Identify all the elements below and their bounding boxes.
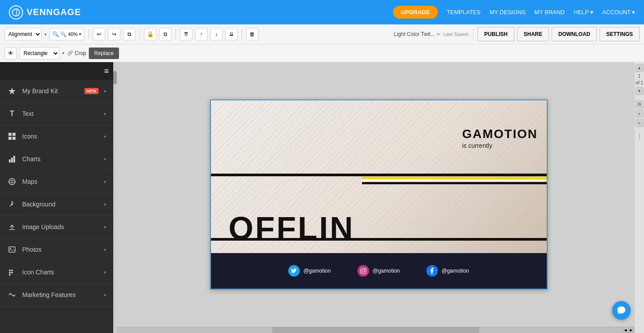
photos-icon <box>7 245 17 254</box>
text-label: Text <box>22 110 99 117</box>
undo-button[interactable]: ↩ <box>93 28 105 40</box>
account-link[interactable]: ACCOUNT ▾ <box>602 9 635 16</box>
settings-button[interactable]: SETTINGS <box>600 27 640 41</box>
undo-icon: ↩ <box>97 31 101 37</box>
edit-filename-icon[interactable]: ✏ <box>437 32 441 37</box>
twitter-social: @gamotion <box>288 265 331 277</box>
duplicate-button[interactable]: ⧉ <box>159 28 171 40</box>
horizontal-bar-top <box>211 174 547 176</box>
templates-link[interactable]: TEMPLATES <box>447 9 481 16</box>
copy-icon: ⧉ <box>127 31 131 37</box>
icons-arrow-icon: ▾ <box>104 134 106 139</box>
lock-button[interactable]: 🔒 <box>144 28 156 40</box>
divider3 <box>175 29 176 40</box>
facebook-handle: @gamotion <box>441 268 469 274</box>
instagram-handle: @gamotion <box>373 268 400 274</box>
icon-charts-arrow-icon: ▾ <box>104 270 106 275</box>
sidebar-item-image-uploads[interactable]: Image Uploads ▾ <box>0 216 113 238</box>
help-link[interactable]: HELP ▾ <box>574 9 593 16</box>
icons-label: Icons <box>22 133 99 140</box>
page-tools: ⧉ + × <box>636 100 644 127</box>
charts-icon <box>7 154 17 164</box>
twitter-icon <box>288 265 300 277</box>
sidebar-header: ≡ <box>0 62 113 80</box>
sidebar-item-maps[interactable]: Maps ▾ <box>0 170 113 193</box>
divider4 <box>242 29 242 40</box>
trash-icon: 🗑 <box>250 31 255 37</box>
more-options-button[interactable]: ⋮ <box>636 132 644 140</box>
background-label: Background <box>22 201 99 208</box>
right-scroll-panel: ▲ 1 of 1 ▼ ⧉ + × ⋮ <box>634 62 644 333</box>
move-bottom-button[interactable]: ⇊ <box>225 28 238 40</box>
eye-button[interactable]: 👁 <box>4 47 17 59</box>
move-down-button[interactable]: ↓ <box>210 28 223 40</box>
logo-area[interactable]: VENNGAGE <box>9 5 81 20</box>
sidebar-item-marketing-features[interactable]: Marketing Features ▾ <box>0 284 113 306</box>
main-layout: ≡ My Brand Kit NEW ▾ T Text ▾ <box>0 62 644 333</box>
add-page-button[interactable]: + <box>636 110 644 118</box>
copy-button[interactable]: ⧉ <box>123 28 135 40</box>
design-canvas[interactable]: GAMOTION is currently OFFLIN @gamotion <box>210 99 548 289</box>
background-arrow-icon: ▾ <box>104 202 106 207</box>
move-up-button[interactable]: ↑ <box>195 28 207 40</box>
move-up-icon: ↑ <box>200 31 203 37</box>
eye-icon: 👁 <box>8 50 13 56</box>
gamotion-text-area: GAMOTION is currently <box>462 127 538 149</box>
offline-text: OFFLIN <box>229 210 355 246</box>
publish-button[interactable]: PUBLISH <box>477 27 514 41</box>
sidebar: ≡ My Brand Kit NEW ▾ T Text ▾ <box>0 62 113 333</box>
scroll-left-button[interactable]: ◀ <box>622 327 628 333</box>
vertical-scrollbar-thumb[interactable] <box>113 71 117 84</box>
sidebar-item-icon-charts[interactable]: Icon Charts ▾ <box>0 261 113 284</box>
last-saved-label: Last Saved: <box>443 32 469 37</box>
logo-icon <box>9 5 23 20</box>
move-bottom-icon: ⇊ <box>229 31 234 37</box>
toolbar-row1: Alignment ▾ 🔍 🔍 40% ▾ ↩ ↪ ⧉ 🔒 ⧉ ⇈ ↑ ↓ ⇊ … <box>0 24 644 44</box>
alignment-select[interactable]: Alignment <box>4 28 42 40</box>
replace-button[interactable]: Replace <box>89 48 119 59</box>
sidebar-item-my-brand-kit[interactable]: My Brand Kit NEW ▾ <box>0 80 113 103</box>
my-designs-link[interactable]: MY DESIGNS <box>489 9 525 16</box>
move-top-button[interactable]: ⇈ <box>180 28 192 40</box>
sidebar-item-photos[interactable]: Photos ▾ <box>0 238 113 261</box>
svg-point-19 <box>9 274 11 276</box>
scroll-up-button[interactable]: ▲ <box>636 64 644 72</box>
sidebar-item-text[interactable]: T Text ▾ <box>0 103 113 125</box>
charts-arrow-icon: ▾ <box>104 157 106 162</box>
facebook-icon <box>426 265 438 277</box>
duplicate-icon: ⧉ <box>163 31 167 37</box>
share-button[interactable]: SHARE <box>517 27 549 41</box>
redo-button[interactable]: ↪ <box>108 28 120 40</box>
page-total: of 1 <box>636 80 643 85</box>
sidebar-item-background[interactable]: Background ▾ <box>0 193 113 216</box>
help-chevron-icon: ▾ <box>590 9 593 16</box>
icons-icon <box>7 131 17 141</box>
text-icon: T <box>7 109 17 119</box>
image-uploads-arrow-icon: ▾ <box>104 225 106 230</box>
instagram-icon <box>358 265 369 277</box>
horizontal-scrollbar-thumb[interactable] <box>272 327 479 333</box>
upgrade-button[interactable]: UPGRADE <box>393 6 438 19</box>
marketing-features-arrow-icon: ▾ <box>104 293 106 297</box>
horizontal-scrollbar[interactable] <box>117 327 634 333</box>
zoom-button[interactable]: 🔍 🔍 40% ▾ <box>49 28 84 40</box>
hamburger-icon[interactable]: ≡ <box>104 67 109 76</box>
svg-rect-2 <box>8 133 12 136</box>
toolbar-row2: 👁 Rectangle ▾ 🔗 Crop Replace <box>0 44 644 62</box>
delete-page-button[interactable]: × <box>636 119 644 127</box>
svg-rect-8 <box>13 156 15 163</box>
svg-point-18 <box>11 272 13 274</box>
my-brand-link[interactable]: MY BRAND <box>534 9 564 16</box>
sidebar-item-charts[interactable]: Charts ▾ <box>0 148 113 170</box>
delete-button[interactable]: 🗑 <box>246 28 258 40</box>
scroll-right-button[interactable]: ▶ <box>628 327 634 333</box>
copy-page-button[interactable]: ⧉ <box>636 100 644 108</box>
download-button[interactable]: DOWNLOAD <box>552 27 597 41</box>
sidebar-item-icons[interactable]: Icons ▾ <box>0 125 113 148</box>
deco-line-yellow <box>362 177 547 179</box>
crop-button[interactable]: 🔗 Crop <box>67 50 86 56</box>
scroll-down-button[interactable]: ▼ <box>636 87 644 95</box>
filename-area: Light Color Twit... ✏ <box>394 31 441 37</box>
chat-bubble-button[interactable] <box>612 301 631 320</box>
shape-select[interactable]: Rectangle <box>20 47 60 59</box>
